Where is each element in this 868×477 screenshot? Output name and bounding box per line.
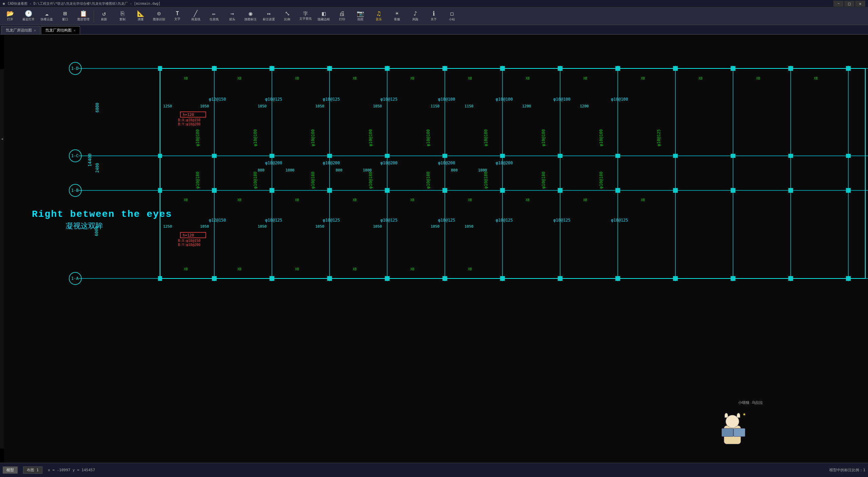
photo-button[interactable]: 📷 拍照	[352, 8, 369, 24]
arrow-button[interactable]: → 箭头	[223, 8, 241, 24]
textfind-label: 文字查找	[299, 17, 312, 21]
hide-button[interactable]: ◧ 隐藏边框	[315, 8, 333, 24]
refresh-label: 刷新	[101, 17, 107, 22]
measure-button[interactable]: 📐 测量	[132, 8, 150, 24]
music-icon: ♫	[377, 11, 381, 17]
svg-rect-55	[731, 188, 735, 193]
svg-text:XB: XB	[756, 77, 760, 80]
svg-text:φ10@125: φ10@125	[380, 97, 398, 102]
service-icon: ☀	[395, 11, 399, 17]
svg-text:φ10@100: φ10@100	[496, 97, 513, 102]
mascot-label: 小喵猫 乌拉拉	[738, 400, 763, 405]
structural-drawing: .grid-line { stroke: #00cccc; stroke-wid…	[4, 35, 868, 463]
svg-text:1050: 1050	[258, 104, 267, 108]
freehand-icon: ✏	[212, 11, 216, 17]
svg-text:φ10@100: φ10@100	[253, 129, 258, 146]
svg-text:φ10@180: φ10@180	[541, 171, 546, 189]
window-button[interactable]: ⊞ 窗口	[56, 8, 74, 24]
canvas[interactable]: .grid-line { stroke: #00cccc; stroke-wid…	[4, 35, 868, 463]
recent-button[interactable]: 🕐 最近打开	[20, 8, 37, 24]
dim-label: 标注设置	[263, 17, 275, 22]
tab-drawing2[interactable]: 氘龙厂房结构图 ✕	[41, 26, 80, 34]
tab-drawing1[interactable]: 氘龙厂房说结图 ✕	[1, 26, 40, 34]
text-label: 文字	[174, 17, 180, 21]
model-tab[interactable]: 模型	[3, 466, 18, 474]
cloud-button[interactable]: ☁ 快看云盘	[38, 8, 56, 24]
layer-mgr-button[interactable]: 📋 图层管理	[75, 8, 92, 24]
refresh-button[interactable]: ↺ 刷新	[95, 8, 113, 24]
svg-rect-49	[385, 188, 390, 193]
svg-text:XB: XB	[526, 77, 530, 80]
text-button[interactable]: T 文字	[169, 8, 186, 24]
svg-rect-40	[615, 154, 620, 158]
symbol-label: 图形识别	[153, 17, 165, 22]
svg-text:φ10@125: φ10@125	[323, 97, 340, 102]
svg-rect-35	[327, 154, 332, 158]
photo-icon: 📷	[357, 11, 364, 17]
svg-text:XB: XB	[526, 198, 530, 202]
print-button[interactable]: 🖨 打印	[333, 8, 351, 24]
close-button[interactable]: ✕	[855, 1, 865, 7]
svg-text:1200: 1200	[522, 104, 531, 108]
svg-text:φ10@125: φ10@125	[323, 218, 340, 223]
minimize-button[interactable]: －	[833, 1, 844, 7]
copy-button[interactable]: ⎘ 复制	[114, 8, 131, 24]
open-label: 打开	[7, 17, 13, 22]
svg-text:φ10@200: φ10@200	[323, 161, 340, 165]
svg-rect-63	[442, 276, 447, 281]
svg-text:Right between the eyes: Right between the eyes	[32, 209, 172, 220]
svg-rect-39	[558, 154, 563, 158]
cloud-icon: ☁	[45, 11, 49, 17]
dim-button[interactable]: ↔ 标注设置	[260, 8, 278, 24]
open-button[interactable]: 📂 打开	[1, 8, 19, 24]
freehand-button[interactable]: ✏ 任意线	[205, 8, 223, 24]
stamp-button[interactable]: ◉ 踏图标注	[242, 8, 259, 24]
scale-label: 比例	[284, 17, 290, 22]
maximize-button[interactable]: □	[844, 1, 854, 7]
svg-text:XB: XB	[410, 77, 414, 80]
svg-text:1-C: 1-C	[71, 153, 79, 158]
svg-text:XB: XB	[237, 267, 241, 271]
window-controls: － □ ✕	[833, 1, 865, 7]
textfind-button[interactable]: 字 文字查找	[297, 8, 314, 24]
svg-text:2400: 2400	[95, 163, 100, 173]
risk-button[interactable]: ♪ 风险	[407, 8, 424, 24]
symbol-button[interactable]: ⊙ 图形识别	[150, 8, 168, 24]
svg-text:φ10@200: φ10@200	[496, 161, 513, 165]
arrow-icon: →	[231, 11, 234, 17]
print-label: 打印	[339, 17, 345, 22]
tab2-close[interactable]: ✕	[74, 28, 76, 32]
svg-text:XB: XB	[353, 198, 357, 202]
tab1-close[interactable]: ✕	[34, 28, 36, 32]
svg-rect-48	[327, 188, 332, 193]
layer-icon: 📋	[80, 11, 87, 17]
layer-label: 图层管理	[77, 17, 90, 22]
svg-rect-68	[731, 276, 735, 281]
svg-text:XB: XB	[814, 77, 818, 80]
svg-text:1000: 1000	[285, 168, 295, 172]
mini-button[interactable]: ◻ 小站	[443, 8, 461, 24]
svg-text:φ10@125: φ10@125	[438, 218, 455, 223]
svg-text:XB: XB	[468, 198, 472, 202]
svg-text:φ10@125: φ10@125	[496, 218, 513, 223]
svg-text:XB: XB	[410, 267, 414, 271]
svg-text:1-D: 1-D	[71, 66, 79, 71]
svg-rect-31	[846, 66, 851, 71]
svg-text:1050: 1050	[373, 224, 382, 229]
layout-tab[interactable]: 布图 1	[23, 466, 42, 474]
about-button[interactable]: ℹ 关于	[425, 8, 442, 24]
svg-rect-65	[558, 276, 563, 281]
scale-button[interactable]: ⤡ 比例	[278, 8, 296, 24]
drawing-area[interactable]: ◀ .grid-line { stroke: #00cccc; stroke-w…	[0, 35, 868, 463]
svg-rect-28	[673, 66, 678, 71]
svg-text:φ10@125: φ10@125	[265, 97, 282, 102]
line-button[interactable]: ╱ 画直线	[187, 8, 204, 24]
svg-text:XB: XB	[468, 77, 472, 80]
mini-label: 小站	[449, 17, 455, 22]
service-button[interactable]: ☀ 客服	[388, 8, 406, 24]
risk-icon: ♪	[414, 11, 417, 17]
music-button[interactable]: ♫ 音乐	[370, 8, 388, 24]
svg-text:φ10@125: φ10@125	[380, 218, 398, 223]
stamp-icon: ◉	[249, 11, 253, 17]
svg-rect-53	[615, 188, 620, 193]
